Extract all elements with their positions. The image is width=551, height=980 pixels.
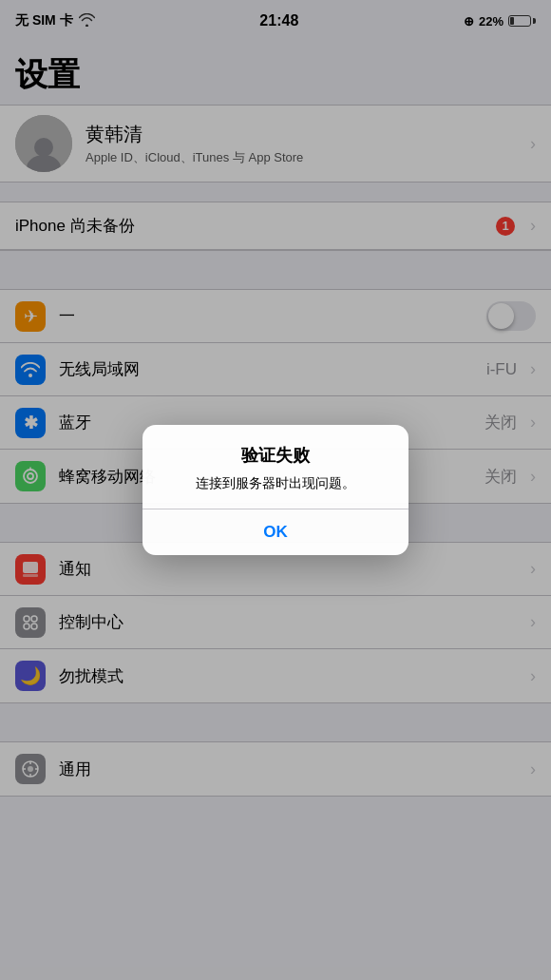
alert-dialog: 验证失败 连接到服务器时出现问题。 OK	[142, 425, 408, 554]
alert-ok-button[interactable]: OK	[142, 509, 408, 555]
alert-message: 连接到服务器时出现问题。	[158, 474, 393, 493]
alert-overlay: 验证失败 连接到服务器时出现问题。 OK	[0, 0, 551, 980]
alert-content: 验证失败 连接到服务器时出现问题。	[142, 425, 408, 509]
alert-title: 验证失败	[158, 444, 393, 467]
